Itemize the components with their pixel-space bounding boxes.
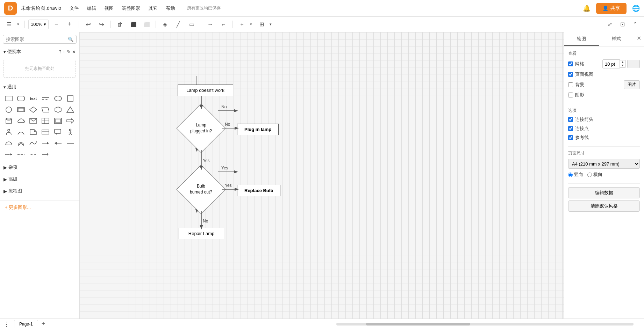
shape-arrow-right[interactable]	[65, 116, 76, 126]
flowchart-diamond1[interactable]: Lamp plugged in?	[180, 107, 222, 149]
help-icon[interactable]: ?	[59, 49, 61, 54]
shape-rect3[interactable]	[53, 116, 63, 126]
redo-button[interactable]: ↪	[96, 19, 107, 30]
background-checkbox-label[interactable]: 背景	[568, 82, 584, 88]
flowchart-node6[interactable]: Repair Lamp	[179, 228, 224, 239]
arrow-button[interactable]: →	[205, 19, 216, 30]
fit-button[interactable]: ⊡	[617, 19, 628, 30]
shape-arrow2[interactable]	[40, 138, 51, 148]
shape-text[interactable]: text	[28, 94, 38, 103]
background-checkbox[interactable]	[568, 82, 573, 87]
shape-rounded-rect[interactable]	[16, 94, 26, 103]
spin-up[interactable]: ▲	[620, 60, 625, 64]
connect-points-label[interactable]: 连接点	[568, 125, 589, 132]
flowchart-diamond2[interactable]: Bulb burned out?	[180, 168, 222, 210]
bottom-dots-icon[interactable]: ⋮	[3, 320, 10, 328]
to-front-button[interactable]: ⬛	[128, 19, 139, 30]
table-button[interactable]: ⊞	[256, 19, 267, 30]
shape-circle[interactable]	[3, 105, 14, 115]
flowchart-node1[interactable]: Lamp doesn't work	[178, 85, 233, 96]
page-view-checkbox-label[interactable]: 页面视图	[568, 71, 593, 78]
flowchart-node5[interactable]: Replace Bulb	[237, 185, 280, 196]
shape-lines[interactable]	[40, 94, 51, 103]
to-back-button[interactable]: ⬜	[141, 19, 152, 30]
shape-doc[interactable]	[28, 127, 38, 137]
favorites-header[interactable]: ▾ 便笺本 ? + ✎ ✕	[0, 46, 79, 57]
shape-grid-rect[interactable]	[40, 116, 51, 126]
clear-style-button[interactable]: 清除默认风格	[568, 200, 640, 212]
shape-line-arrow[interactable]	[3, 149, 14, 159]
bell-icon[interactable]: 🔔	[583, 5, 591, 12]
shape-ellipse[interactable]	[53, 94, 63, 103]
undo-button[interactable]: ↩	[83, 19, 94, 30]
image-button[interactable]: 图片	[624, 80, 640, 89]
shape-half-ring[interactable]	[16, 138, 26, 148]
grid-checkbox[interactable]	[568, 61, 573, 66]
guides-checkbox[interactable]	[568, 135, 573, 140]
connect-points-checkbox[interactable]	[568, 126, 573, 131]
shape-hexagon[interactable]	[53, 105, 63, 115]
shape-triangle[interactable]	[65, 105, 76, 115]
globe-icon[interactable]: 🌐	[632, 5, 640, 12]
shape-diamond[interactable]	[28, 105, 38, 115]
shape-rect2[interactable]	[16, 105, 26, 115]
grid-checkbox-label[interactable]: 网格	[568, 61, 584, 67]
shape-rect7[interactable]	[40, 127, 51, 137]
page-size-select[interactable]: A4 (210 mm x 297 mm)	[568, 159, 640, 169]
shape-cylinder[interactable]	[3, 116, 14, 126]
zoom-control[interactable]: 100% ▾	[28, 20, 49, 29]
search-input[interactable]	[6, 37, 66, 42]
shape-rect[interactable]	[3, 94, 14, 103]
shape-line-arrow2[interactable]	[40, 149, 51, 159]
landscape-label[interactable]: 横向	[587, 171, 602, 178]
fill-color-button[interactable]: ◈	[159, 19, 171, 30]
shape-square[interactable]	[65, 94, 76, 103]
shape-arrow3[interactable]	[53, 138, 63, 148]
menu-extra[interactable]: 其它	[147, 4, 159, 13]
landscape-radio[interactable]	[587, 173, 592, 177]
collapse-button[interactable]: ⌃	[629, 19, 641, 30]
fullscreen-button[interactable]: ⤢	[604, 19, 615, 30]
connect-arrows-label[interactable]: 连接箭头	[568, 116, 593, 123]
flowchart-header[interactable]: ▶ 流程图	[0, 186, 79, 196]
search-box[interactable]: 🔍	[3, 35, 77, 44]
insert-arrow[interactable]: ▾	[248, 19, 254, 30]
menu-edit[interactable]: 编辑	[86, 4, 98, 13]
scroll-thumb[interactable]	[366, 323, 470, 326]
flowchart-node3[interactable]: Plug in lamp	[237, 124, 279, 135]
shape-stick-person[interactable]	[65, 127, 76, 137]
shape-parallelogram[interactable]	[40, 105, 51, 115]
menu-file[interactable]: 文件	[68, 4, 80, 13]
add-page-button[interactable]: +	[40, 320, 48, 328]
shape-message[interactable]	[28, 116, 38, 126]
tab-drawing[interactable]: 绘图	[564, 32, 599, 46]
portrait-radio[interactable]	[568, 173, 573, 177]
sidebar-toggle-button[interactable]: ☰	[3, 19, 15, 30]
node3-rect[interactable]: Plug in lamp	[237, 124, 279, 135]
page-tab-1[interactable]: Page-1	[14, 320, 38, 328]
shape-button[interactable]: ▭	[186, 19, 197, 30]
share-button[interactable]: 👤 共享	[596, 3, 627, 14]
zoom-out-button[interactable]: −	[51, 19, 62, 30]
menu-view[interactable]: 视图	[103, 4, 115, 13]
grid-color-swatch[interactable]	[627, 60, 640, 68]
shape-half-circle[interactable]	[3, 138, 14, 148]
general-header[interactable]: ▾ 通用	[0, 82, 79, 92]
shape-line-dot[interactable]	[28, 149, 38, 159]
shape-curved-line[interactable]	[28, 138, 38, 148]
table-arrow[interactable]: ▾	[268, 19, 273, 30]
advanced-header[interactable]: ▶ 高级	[0, 174, 79, 184]
shape-person[interactable]	[3, 127, 14, 137]
sidebar-toggle-arrow[interactable]: ▾	[15, 19, 21, 30]
shadow-checkbox[interactable]	[568, 93, 573, 97]
shape-callout[interactable]	[53, 127, 63, 137]
add-icon[interactable]: +	[63, 49, 65, 54]
spin-down[interactable]: ▼	[620, 64, 625, 67]
insert-button[interactable]: +	[236, 19, 248, 30]
page-view-checkbox[interactable]	[568, 72, 573, 77]
misc-header[interactable]: ▶ 杂项	[0, 162, 79, 173]
shape-arc[interactable]	[16, 127, 26, 137]
node1-rect[interactable]: Lamp doesn't work	[178, 85, 233, 96]
tab-style[interactable]: 样式	[599, 32, 634, 46]
guides-label[interactable]: 参考线	[568, 134, 589, 141]
